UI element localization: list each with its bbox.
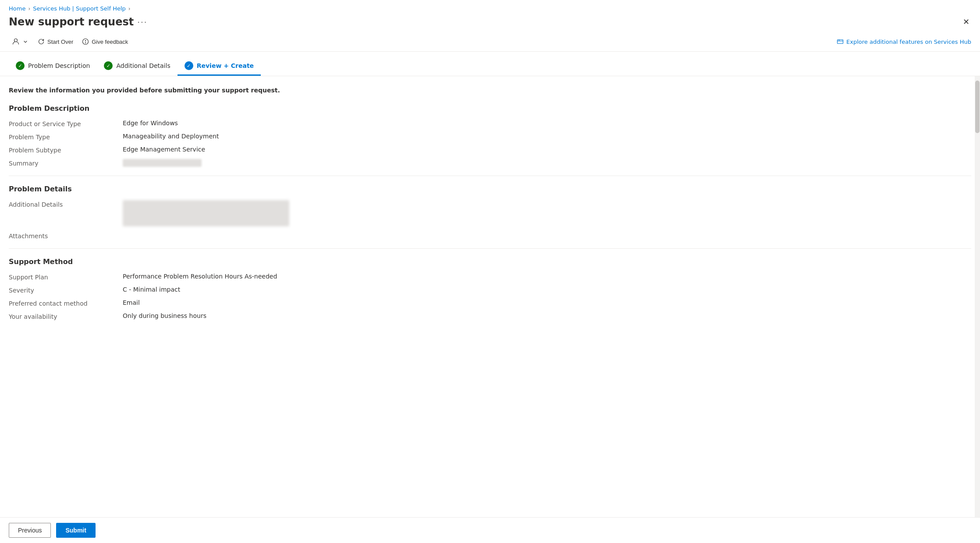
value-severity: C - Minimal impact bbox=[123, 286, 180, 293]
close-icon: ✕ bbox=[963, 17, 969, 27]
divider-2 bbox=[9, 248, 971, 249]
label-support-plan: Support Plan bbox=[9, 273, 123, 281]
value-summary-blurred bbox=[123, 159, 202, 167]
label-summary: Summary bbox=[9, 159, 123, 167]
previous-button[interactable]: Previous bbox=[9, 523, 51, 538]
main-content: Review the information you provided befo… bbox=[0, 76, 980, 543]
label-problem-type: Problem Type bbox=[9, 133, 123, 141]
step-check-problem-description: ✓ bbox=[16, 61, 25, 70]
label-problem-subtype: Problem Subtype bbox=[9, 146, 123, 154]
explore-icon bbox=[837, 38, 844, 45]
close-button[interactable]: ✕ bbox=[961, 15, 971, 28]
breadcrumb: Home › Services Hub | Support Self Help … bbox=[0, 0, 980, 14]
label-your-availability: Your availability bbox=[9, 312, 123, 320]
scrollbar-track[interactable] bbox=[975, 76, 980, 543]
field-row-severity: Severity C - Minimal impact bbox=[9, 286, 971, 294]
field-row-summary: Summary bbox=[9, 159, 971, 167]
support-method-section-title: Support Method bbox=[9, 257, 971, 266]
submit-button[interactable]: Submit bbox=[56, 523, 95, 538]
refresh-icon bbox=[38, 38, 45, 45]
label-product-service-type: Product or Service Type bbox=[9, 120, 123, 127]
breadcrumb-sep-1: › bbox=[28, 6, 30, 12]
label-attachments: Attachments bbox=[9, 232, 123, 240]
svg-rect-4 bbox=[838, 40, 843, 44]
field-row-your-availability: Your availability Only during business h… bbox=[9, 312, 971, 320]
step-check-additional-details: ✓ bbox=[104, 61, 113, 70]
label-severity: Severity bbox=[9, 286, 123, 294]
svg-point-0 bbox=[14, 39, 18, 42]
start-over-label: Start Over bbox=[47, 39, 73, 45]
value-problem-type: Manageability and Deployment bbox=[123, 133, 219, 140]
give-feedback-button[interactable]: Give feedback bbox=[78, 35, 131, 48]
scrollbar-thumb[interactable] bbox=[975, 81, 980, 133]
field-row-attachments: Attachments bbox=[9, 232, 971, 240]
breadcrumb-service[interactable]: Services Hub | Support Self Help bbox=[33, 5, 126, 12]
header-left: New support request ··· bbox=[9, 16, 147, 28]
label-additional-details: Additional Details bbox=[9, 200, 123, 208]
explore-link[interactable]: Explore additional features on Services … bbox=[846, 39, 971, 45]
give-feedback-label: Give feedback bbox=[92, 39, 128, 45]
value-additional-details-blurred bbox=[123, 200, 289, 226]
step-check-review-create: ✓ bbox=[185, 61, 193, 70]
header-ellipsis-menu[interactable]: ··· bbox=[137, 18, 147, 27]
field-row-problem-type: Problem Type Manageability and Deploymen… bbox=[9, 133, 971, 141]
breadcrumb-sep-2: › bbox=[128, 6, 131, 12]
value-your-availability: Only during business hours bbox=[123, 312, 206, 319]
step-label-additional-details: Additional Details bbox=[116, 62, 170, 69]
breadcrumb-home[interactable]: Home bbox=[9, 5, 25, 12]
value-product-service-type: Edge for Windows bbox=[123, 120, 178, 127]
page-title: New support request bbox=[9, 16, 134, 28]
svg-point-2 bbox=[85, 40, 86, 41]
value-support-plan: Performance Problem Resolution Hours As-… bbox=[123, 273, 277, 280]
step-problem-description[interactable]: ✓ Problem Description bbox=[9, 57, 97, 76]
chevron-down-icon bbox=[22, 38, 29, 45]
problem-details-section-title: Problem Details bbox=[9, 185, 971, 193]
step-label-review-create: Review + Create bbox=[197, 62, 254, 69]
value-problem-subtype: Edge Management Service bbox=[123, 146, 205, 153]
step-additional-details[interactable]: ✓ Additional Details bbox=[97, 57, 177, 76]
label-preferred-contact-method: Preferred contact method bbox=[9, 299, 123, 307]
divider-1 bbox=[9, 176, 971, 176]
page-header: New support request ··· ✕ bbox=[0, 14, 980, 32]
user-icon bbox=[12, 38, 19, 45]
field-row-problem-subtype: Problem Subtype Edge Management Service bbox=[9, 146, 971, 154]
step-label-problem-description: Problem Description bbox=[28, 62, 90, 69]
problem-description-section-title: Problem Description bbox=[9, 104, 971, 113]
footer: Previous Submit bbox=[0, 517, 980, 543]
field-row-support-plan: Support Plan Performance Problem Resolut… bbox=[9, 273, 971, 281]
steps-bar: ✓ Problem Description ✓ Additional Detai… bbox=[0, 52, 980, 76]
step-review-create[interactable]: ✓ Review + Create bbox=[178, 57, 261, 76]
toolbar-left: Start Over Give feedback bbox=[9, 35, 131, 48]
review-intro: Review the information you provided befo… bbox=[9, 87, 971, 94]
feedback-icon bbox=[82, 38, 89, 45]
value-preferred-contact-method: Email bbox=[123, 299, 140, 306]
field-row-preferred-contact: Preferred contact method Email bbox=[9, 299, 971, 307]
field-row-product-service-type: Product or Service Type Edge for Windows bbox=[9, 120, 971, 127]
start-over-button[interactable]: Start Over bbox=[34, 35, 77, 48]
toolbar-right: Explore additional features on Services … bbox=[837, 38, 971, 45]
toolbar: Start Over Give feedback bbox=[0, 32, 980, 52]
field-row-additional-details: Additional Details bbox=[9, 200, 971, 226]
user-account-button[interactable] bbox=[9, 35, 32, 48]
